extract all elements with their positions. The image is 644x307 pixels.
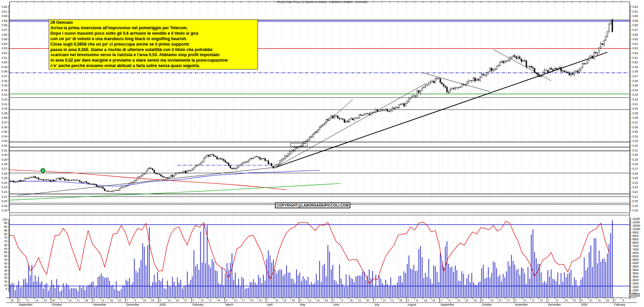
svg-text:28: 28 xyxy=(85,299,88,302)
svg-text:0.20: 0.20 xyxy=(2,200,7,203)
svg-text:50: 50 xyxy=(4,255,7,258)
svg-text:October: October xyxy=(482,303,492,306)
svg-text:0.52: 0.52 xyxy=(632,52,638,55)
svg-text:12: 12 xyxy=(308,299,311,302)
svg-text:12: 12 xyxy=(589,299,593,302)
svg-text:9: 9 xyxy=(341,299,343,302)
svg-text:0.27: 0.27 xyxy=(632,167,638,171)
svg-text:22: 22 xyxy=(573,299,576,302)
svg-text:65: 65 xyxy=(4,244,7,247)
svg-text:June: June xyxy=(333,303,339,306)
svg-text:2: 2 xyxy=(19,299,20,302)
svg-text:2000: 2000 xyxy=(632,282,639,285)
svg-text:2500: 2500 xyxy=(632,279,639,282)
svg-text:November: November xyxy=(93,303,106,306)
svg-text:7: 7 xyxy=(60,299,62,302)
svg-text:October: October xyxy=(52,303,62,306)
svg-text:0.59: 0.59 xyxy=(632,19,638,22)
volume-unit-label: x100000 xyxy=(629,293,640,296)
svg-text:11500: 11500 xyxy=(632,217,640,221)
svg-text:0.24: 0.24 xyxy=(2,181,7,184)
svg-text:11: 11 xyxy=(416,299,419,302)
svg-text:0.44: 0.44 xyxy=(632,89,638,92)
svg-text:May: May xyxy=(300,303,305,306)
svg-text:24: 24 xyxy=(250,299,254,302)
svg-text:15: 15 xyxy=(4,280,7,283)
svg-text:July: July xyxy=(374,303,380,306)
svg-text:0.50: 0.50 xyxy=(2,61,7,64)
svg-text:100: 100 xyxy=(2,218,7,221)
svg-text:February: February xyxy=(614,303,626,306)
svg-text:0.37: 0.37 xyxy=(632,121,638,124)
svg-text:0.18: 0.18 xyxy=(632,209,638,212)
svg-text:16: 16 xyxy=(35,299,39,302)
svg-text:0.51: 0.51 xyxy=(632,56,638,60)
svg-text:0.34: 0.34 xyxy=(2,135,7,138)
svg-text:60: 60 xyxy=(4,247,7,251)
svg-text:22: 22 xyxy=(465,299,469,302)
svg-text:0.62: 0.62 xyxy=(2,5,7,9)
svg-text:0.19: 0.19 xyxy=(2,205,7,208)
svg-text:0.54: 0.54 xyxy=(2,43,7,46)
svg-text:February: February xyxy=(193,303,204,306)
svg-text:0.58: 0.58 xyxy=(2,24,7,27)
svg-text:27: 27 xyxy=(184,299,187,302)
svg-text:0.46: 0.46 xyxy=(632,80,638,83)
svg-text:1: 1 xyxy=(548,299,550,302)
svg-text:0.39: 0.39 xyxy=(2,112,7,115)
svg-text:95: 95 xyxy=(4,222,7,225)
svg-text:4: 4 xyxy=(408,299,409,302)
svg-text:0.24: 0.24 xyxy=(632,181,638,184)
trendlines xyxy=(10,49,607,200)
svg-text:15: 15 xyxy=(457,299,460,302)
svg-text:0.43: 0.43 xyxy=(632,93,638,96)
svg-text:55: 55 xyxy=(4,251,7,254)
svg-text:10: 10 xyxy=(201,299,204,302)
svg-text:0.62: 0.62 xyxy=(632,5,638,9)
svg-text:6000: 6000 xyxy=(632,255,639,258)
oscillator-axis: 5101520253035404550556065707580859095100 xyxy=(2,218,10,292)
svg-text:0.41: 0.41 xyxy=(2,103,7,106)
svg-text:0.40: 0.40 xyxy=(2,107,7,110)
svg-text:40: 40 xyxy=(4,262,7,265)
svg-text:0.30: 0.30 xyxy=(2,154,7,157)
svg-text:0.18: 0.18 xyxy=(2,209,7,212)
svg-text:0.35: 0.35 xyxy=(2,130,7,133)
svg-text:3000: 3000 xyxy=(632,275,639,278)
svg-text:0.26: 0.26 xyxy=(2,172,7,175)
svg-text:0.19: 0.19 xyxy=(632,205,638,208)
svg-text:3500: 3500 xyxy=(632,272,639,275)
svg-text:2026: 2026 xyxy=(581,303,587,306)
svg-text:6: 6 xyxy=(159,299,161,302)
svg-text:0.49: 0.49 xyxy=(2,66,7,69)
svg-text:August: August xyxy=(408,303,416,306)
svg-text:0.31: 0.31 xyxy=(632,149,638,152)
svg-text:0.57: 0.57 xyxy=(2,29,7,32)
svg-text:17: 17 xyxy=(532,299,535,302)
fan-line-2 xyxy=(276,83,427,167)
svg-text:13: 13 xyxy=(490,299,493,302)
svg-text:0.34: 0.34 xyxy=(632,135,638,138)
svg-text:0.56: 0.56 xyxy=(2,33,7,36)
copyright-label: COPYRIGHT@LABORSADEIPICCOLI.COM xyxy=(275,203,350,208)
svg-text:10: 10 xyxy=(4,284,7,287)
svg-text:18: 18 xyxy=(110,299,113,302)
svg-text:0.50: 0.50 xyxy=(632,61,638,64)
svg-text:9000: 9000 xyxy=(632,235,639,238)
svg-text:0.47: 0.47 xyxy=(2,75,7,78)
annotation-box: 29 Gennaio Arriva la prima inversione al… xyxy=(49,19,258,69)
svg-text:0.32: 0.32 xyxy=(632,144,638,147)
svg-text:75: 75 xyxy=(4,236,7,239)
svg-text:19: 19 xyxy=(317,299,320,302)
svg-text:0.58: 0.58 xyxy=(632,24,638,27)
svg-text:0.55: 0.55 xyxy=(632,38,638,41)
svg-text:0.32: 0.32 xyxy=(2,144,7,147)
svg-text:14: 14 xyxy=(383,299,386,302)
svg-text:7: 7 xyxy=(267,299,269,302)
svg-text:14: 14 xyxy=(68,299,72,302)
svg-text:0.55: 0.55 xyxy=(2,38,7,41)
svg-text:5500: 5500 xyxy=(632,258,639,261)
date-axis: 2629162330714212841118252916236132027310… xyxy=(10,298,630,306)
svg-text:5000: 5000 xyxy=(632,262,639,265)
svg-text:2: 2 xyxy=(614,299,616,302)
